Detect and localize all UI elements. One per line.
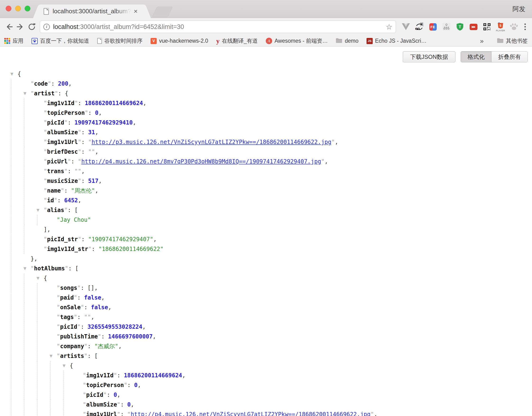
json-key: name xyxy=(47,187,61,194)
bookmark-item[interactable]: Vvue-hackernews-2.0 xyxy=(151,38,208,44)
indent-guide xyxy=(0,410,11,416)
forward-arrow-icon xyxy=(16,22,25,31)
collapse-toggle-icon[interactable]: ▼ xyxy=(62,361,70,371)
json-link[interactable]: http://p3.music.126.net/VnZiScyynLG7atLI… xyxy=(92,139,331,145)
collapse-toggle-icon[interactable]: ▼ xyxy=(49,351,57,361)
view-mode-toggle: 格式化 折叠所有 xyxy=(461,51,528,62)
bookmark-item[interactable]: AAwesomes - 前端资… xyxy=(266,37,328,45)
zoom-window-button[interactable] xyxy=(25,6,30,11)
bookmarks-overflow-icon[interactable]: » xyxy=(480,37,484,45)
close-window-button[interactable] xyxy=(6,6,11,11)
json-line: "id": 6452, xyxy=(0,196,532,205)
browser-tab[interactable]: localhost:3000/artist_album?id=6452&limi… xyxy=(40,4,144,18)
new-tab-button[interactable] xyxy=(152,7,173,17)
bookmark-label: Awesomes - 前端资… xyxy=(275,37,328,45)
expander-spacer xyxy=(36,137,44,147)
collapse-toggle-icon[interactable]: ▼ xyxy=(23,264,31,273)
json-link[interactable]: http://p4.music.126.net/8mv7qP30Pd3oHW8b… xyxy=(81,158,321,165)
indent-spacer xyxy=(24,205,36,215)
page-info-icon[interactable]: i xyxy=(43,24,50,30)
minimize-window-button[interactable] xyxy=(15,6,21,11)
bookmark-label: 百度一下，你就知道 xyxy=(40,37,89,45)
bookmark-item[interactable]: 谷歌按时间排序 xyxy=(97,37,142,45)
indent-spacer xyxy=(64,380,75,390)
collapse-toggle-icon[interactable]: ▼ xyxy=(10,69,18,79)
indent-guide xyxy=(0,186,11,196)
json-bracket: ] xyxy=(44,226,47,233)
collapse-toggle-icon[interactable]: ▼ xyxy=(23,89,31,98)
json-tokens: "code": 200, xyxy=(31,79,72,89)
json-value: "" xyxy=(88,148,95,155)
back-button[interactable] xyxy=(3,21,15,32)
indent-spacer xyxy=(24,98,36,108)
json-bracket: [] xyxy=(87,285,94,291)
indent-guide xyxy=(11,244,24,254)
format-button[interactable]: 格式化 xyxy=(461,51,491,62)
json-value: "18686200114669622" xyxy=(98,246,164,252)
indent-guide xyxy=(11,147,24,157)
json-tokens: "paid": false, xyxy=(57,293,104,303)
collapse-all-button[interactable]: 折叠所有 xyxy=(491,51,528,62)
expander-spacer xyxy=(49,215,57,225)
vue-devtools-icon[interactable] xyxy=(402,21,410,32)
collapse-toggle-icon[interactable]: ▼ xyxy=(36,273,44,283)
browser-window: localhost:3000/artist_album?id=6452&limi… xyxy=(0,0,532,416)
bookmark-item[interactable]: 应用 xyxy=(4,37,23,45)
json-key: briefDesc xyxy=(47,148,78,155)
indent-guide xyxy=(11,225,24,234)
indent-guide xyxy=(0,293,11,303)
json-value: 200 xyxy=(58,80,68,87)
tab-close-icon[interactable]: × xyxy=(134,8,137,15)
indent-guide xyxy=(0,322,11,332)
address-bar[interactable]: i localhost:3000/artist_album?id=6452&li… xyxy=(40,21,396,33)
json-value: false xyxy=(91,304,108,311)
json-link[interactable]: http://p4.music.126.net/VnZiScyynLG7atLI… xyxy=(131,411,370,416)
bookmark-item[interactable]: y在线翻译_有道 xyxy=(216,37,258,45)
json-page-actions: 下载JSON数据 格式化 折叠所有 xyxy=(403,51,528,62)
forward-button[interactable] xyxy=(15,21,26,32)
json-line: "albumSize": 31, xyxy=(0,128,532,137)
json-line: ▼{ xyxy=(0,361,532,371)
indent-spacer xyxy=(11,264,23,273)
json-key: tags xyxy=(60,314,74,320)
bookmark-star-icon[interactable]: ☆ xyxy=(386,22,392,31)
json-value: false xyxy=(84,294,101,301)
bookmark-item[interactable]: JSEcho JS - JavaScri… xyxy=(367,38,427,44)
download-json-button[interactable]: 下载JSON数据 xyxy=(403,51,456,62)
other-bookmarks-button[interactable]: 其他书签 xyxy=(497,37,528,45)
reload-icon xyxy=(27,22,36,31)
indent-guide xyxy=(11,361,24,371)
json-tokens: "artist": { xyxy=(31,89,68,98)
profile-name[interactable]: 阿发 xyxy=(513,5,525,13)
indent-guide xyxy=(38,361,50,371)
json-tokens: "trans": "", xyxy=(44,166,85,176)
json-line: "topicPerson": 0, xyxy=(0,108,532,118)
indent-spacer xyxy=(50,361,62,371)
json-tokens: ], xyxy=(44,225,50,234)
paw-icon[interactable] xyxy=(510,21,518,32)
indent-guide xyxy=(0,98,11,108)
collapse-toggle-icon[interactable]: ▼ xyxy=(36,205,44,215)
json-key: trans xyxy=(47,168,64,174)
translate-icon[interactable]: en英 xyxy=(415,21,424,32)
indent-guide xyxy=(0,283,11,293)
json-key: picId xyxy=(60,323,77,330)
bookmark-item[interactable]: 百度一下，你就知道 xyxy=(31,37,89,45)
reload-button[interactable] xyxy=(26,21,38,32)
html5-player-icon[interactable]: 5PLAYER xyxy=(496,21,505,32)
video-download-icon[interactable]: ▶▶ xyxy=(469,21,478,32)
browser-menu-icon[interactable] xyxy=(522,22,529,31)
indent-guide xyxy=(0,264,11,273)
qr-code-icon[interactable] xyxy=(483,21,491,32)
indent-guide xyxy=(50,380,64,390)
json-tokens: "img1v1Id_str": "18686200114669622" xyxy=(44,244,164,254)
bookmark-item[interactable]: demo xyxy=(336,38,359,44)
json-key: artists xyxy=(60,353,84,359)
fe-icon[interactable]: FE xyxy=(429,21,437,32)
indent-spacer xyxy=(11,89,23,98)
json-line: ▼"alias": [ xyxy=(0,205,532,215)
sitemap-icon[interactable] xyxy=(442,21,451,32)
js-icon: JS xyxy=(367,38,373,44)
tampermonkey-icon[interactable]: T xyxy=(456,21,464,32)
indent-spacer xyxy=(24,244,36,254)
